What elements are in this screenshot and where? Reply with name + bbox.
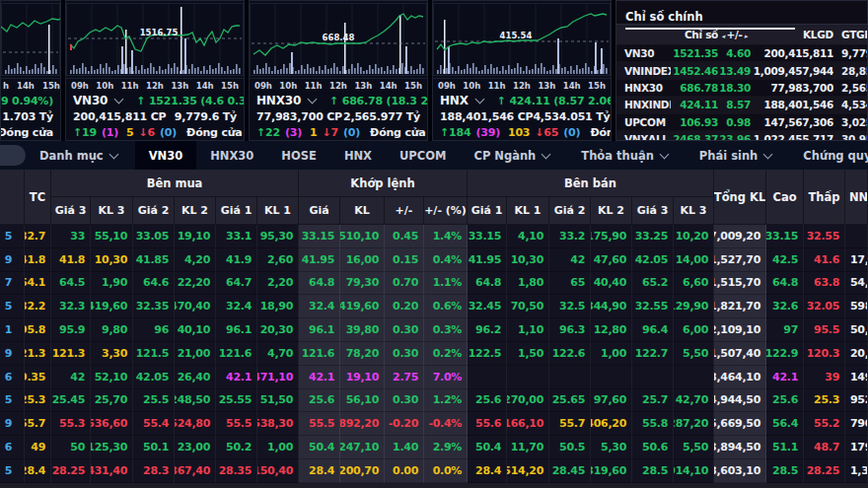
ceiling-count: (3)	[285, 126, 302, 139]
board-cell: 419,60	[91, 295, 133, 318]
board-cell: 0.3%	[424, 318, 468, 342]
volume-value-row: 188,401,546 CP4,534.051 Tỷ	[440, 108, 604, 124]
board-cell: 4,10	[507, 225, 549, 248]
board-cell: 42	[51, 366, 91, 389]
chart-symbol-select[interactable]: VN30	[73, 94, 126, 107]
board-cell: 42,70	[674, 389, 714, 413]
board-cell: 96.1	[299, 318, 340, 342]
tab-label: HNX30	[210, 149, 253, 163]
board-cell: 10,30	[91, 248, 133, 272]
index-row-upcom[interactable]: UPCOM106.930.98147,567,3063,025.	[616, 114, 867, 131]
board-cell: 33.05	[133, 225, 175, 248]
column-header: Thấp	[804, 170, 845, 225]
svg-text:415.54: 415.54	[500, 31, 533, 40]
index-chart: 668.48	[250, 1, 427, 78]
decliners-count: ↓6	[139, 126, 155, 139]
axis-tick: 11h	[305, 79, 323, 93]
index-name: VNXALL	[616, 133, 671, 141]
indices-col-change[interactable]: ◂+/-▸	[718, 29, 751, 40]
board-cell: 598,	[845, 295, 868, 318]
board-cell: 28.4	[25, 459, 51, 483]
index-summary: VN30↑ 1521.35 (4.6 0.30%)200,415,811 CP9…	[66, 93, 244, 140]
tab-hnx30[interactable]: HNX30	[196, 141, 267, 170]
board-cell: 247,10	[340, 436, 385, 459]
tabbar-left-pill[interactable]	[0, 145, 26, 166]
board-cell: 42.05	[632, 248, 674, 272]
column-header: Cao	[766, 170, 804, 225]
column-header: Giá 2	[549, 197, 591, 225]
index-row-vn30[interactable]: VN301521.354.60200,415,8119,779	[616, 45, 867, 62]
board-cell: 9	[0, 248, 25, 272]
index-name: UPCOM	[616, 116, 671, 128]
index-value: 106.93	[671, 116, 718, 128]
board-cell: 122.9	[766, 342, 804, 366]
index-value: 1452.46	[671, 65, 718, 77]
axis-tick: 13h	[354, 79, 372, 93]
chart-panel-hnx: 415.5409h10h11h12h13h14h15hHNX↑ 424.11 (…	[432, 0, 612, 141]
board-cell: 914,10	[674, 459, 714, 483]
advancers-count: ↑22	[256, 126, 280, 139]
tab-chứng-quyền[interactable]: Chứng quyền	[789, 141, 868, 170]
board-cell: 25.7	[632, 389, 674, 413]
index-row-vnindex[interactable]: VNINDEX1452.4613.491,009,457,94428,851	[616, 62, 867, 79]
board-cell: 39	[804, 366, 845, 389]
board-cell: 42.05	[133, 366, 175, 389]
index-klgd: 77,983,700	[751, 82, 833, 94]
tab-phái-sinh[interactable]: Phái sinh	[686, 141, 789, 170]
index-row-hnx30[interactable]: HNX30686.7818.3077,983,7002,565.9	[616, 80, 867, 97]
tab-label: Chứng quyền	[803, 149, 868, 163]
chart-symbol-select[interactable]: HNX30	[256, 94, 320, 107]
board-cell: 95.5	[804, 318, 845, 342]
board-cell	[507, 366, 549, 389]
index-row-hnxindex[interactable]: HNXINDEX424.118.57188,401,5464,534.0	[616, 97, 867, 113]
tab-danh-mục[interactable]: Danh mục	[26, 141, 135, 170]
board-cell: 11,70	[507, 436, 549, 459]
index-price-change: 424.11 (8.57 2.06%)	[506, 95, 612, 107]
board-cell: 149,	[845, 366, 868, 389]
board-cell: 287,20	[674, 412, 714, 436]
board-cell: 4,20	[175, 248, 216, 272]
board-cell: 28.45	[549, 459, 591, 483]
chart-symbol-select[interactable]: HNX	[440, 94, 487, 107]
tab-vn30[interactable]: VN30	[135, 141, 197, 170]
tab-upcom[interactable]: UPCOM	[386, 141, 460, 170]
board-cell: 95,30	[257, 225, 299, 248]
index-name: HNX30	[256, 94, 301, 107]
index-row-vnxall[interactable]: VNXALL2468.3723.961,022,455,71730,954	[616, 131, 867, 141]
board-cell: 1,10	[507, 318, 549, 342]
board-cell: 1,515,70	[714, 272, 766, 296]
tab-hose[interactable]: HOSE	[267, 141, 330, 170]
board-cell: 55.6	[468, 412, 507, 436]
board-cell: 8,603,10	[714, 459, 766, 483]
board-cell: 47,60	[591, 248, 632, 272]
board-cell: 2.9%	[424, 436, 468, 459]
board-cell: 1,527,70	[714, 248, 766, 272]
board-cell: 33	[51, 225, 91, 248]
board-cell: 32.45	[468, 295, 507, 318]
board-cell: 20,	[845, 342, 868, 366]
chevron-down-icon	[763, 149, 773, 159]
horizontal-scrollbar-track[interactable]	[0, 483, 868, 488]
board-cell: 892,20	[340, 412, 385, 436]
board-cell: 538,30	[257, 412, 299, 436]
column-header: Bên bán	[468, 170, 714, 197]
indices-col-gtgd: GTGD	[833, 29, 868, 40]
tab-thỏa-thuận[interactable]: Thỏa thuận	[567, 141, 686, 170]
column-header: TC	[25, 170, 51, 225]
board-cell: 5	[0, 225, 25, 248]
board-cell: 50.6	[632, 436, 674, 459]
column-header: Giá 1	[468, 197, 507, 225]
board-cell: 42.1	[766, 366, 804, 389]
index-change: 23.96	[718, 133, 751, 141]
up-arrow-icon: ↑	[136, 95, 145, 107]
chevron-down-icon	[114, 95, 124, 105]
board-cell	[468, 366, 507, 389]
board-cell: 33.15	[766, 225, 804, 248]
tab-hnx[interactable]: HNX	[330, 141, 386, 170]
board-cell: -0.4%	[424, 412, 468, 436]
index-name: VNINDEX	[616, 65, 671, 77]
board-cell: 51.1	[766, 436, 804, 459]
index-headline: HNX↑ 424.11 (8.57 2.06%)	[440, 93, 604, 108]
column-header: +/-	[385, 197, 424, 225]
tab-cp-ngành[interactable]: CP Ngành	[460, 141, 567, 170]
